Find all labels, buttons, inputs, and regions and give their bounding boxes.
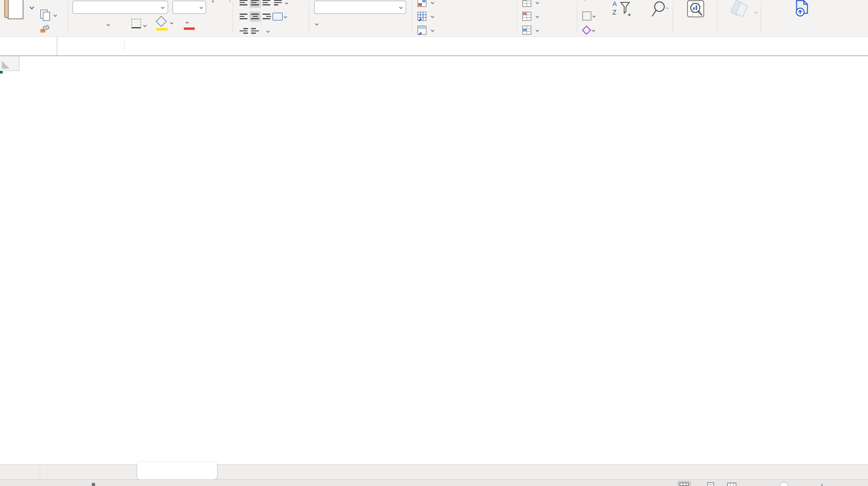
selected-cell-outline[interactable] <box>0 71 2 73</box>
decrease-font-button[interactable]: ˇ <box>229 0 230 10</box>
format-as-table-icon <box>417 11 427 21</box>
page-break-icon <box>727 483 736 486</box>
borders-icon <box>131 19 141 28</box>
editing-group: A Z <box>582 0 691 37</box>
sheet-tab-bar <box>0 464 868 479</box>
fill-color-button[interactable] <box>157 18 173 27</box>
delete-icon <box>522 11 532 21</box>
zoom-in-button[interactable]: + <box>819 481 825 486</box>
sort-filter-icon: A Z <box>612 0 631 18</box>
analyze-data-button[interactable] <box>678 0 714 37</box>
group-divider <box>717 2 717 33</box>
align-left-button[interactable] <box>238 11 250 22</box>
clipboard-group <box>0 0 66 37</box>
adobe-pdf-button[interactable] <box>766 0 838 37</box>
adobe-pdf-icon <box>793 0 810 18</box>
group-divider <box>412 2 412 33</box>
zoom-slider-thumb[interactable] <box>779 482 788 486</box>
styles-group <box>417 0 510 37</box>
group-divider <box>577 2 577 33</box>
zoom-out-button[interactable]: − <box>743 481 749 486</box>
name-box[interactable] <box>0 37 57 56</box>
font-color-button[interactable] <box>184 17 188 28</box>
align-center-button[interactable] <box>250 11 261 22</box>
fill-swatch <box>156 28 167 30</box>
insert-button[interactable] <box>522 0 538 7</box>
conditional-formatting-button[interactable] <box>417 0 434 7</box>
group-divider <box>673 2 673 33</box>
cell-styles-icon <box>417 25 427 35</box>
underline-button[interactable] <box>105 18 110 29</box>
sensitivity-button <box>721 0 757 37</box>
group-divider <box>67 2 68 33</box>
page-layout-icon <box>707 482 715 486</box>
delete-button[interactable] <box>522 11 538 21</box>
clear-icon <box>582 25 591 35</box>
clear-button[interactable] <box>582 26 595 34</box>
align-top-button[interactable] <box>238 0 250 8</box>
chevron-down-icon <box>161 5 164 9</box>
status-bar: − + <box>0 479 868 486</box>
svg-text:A: A <box>613 0 617 7</box>
page-layout-view-button[interactable] <box>704 481 717 486</box>
formula-bar <box>0 37 868 56</box>
align-middle-button[interactable] <box>250 0 261 8</box>
select-all-icon <box>2 61 10 69</box>
spreadsheet-grid <box>0 56 868 464</box>
alignment-group <box>238 0 306 37</box>
wrap-text-button[interactable] <box>273 0 284 8</box>
svg-text:Z: Z <box>613 8 616 16</box>
format-painter-button[interactable] <box>39 22 51 34</box>
fill-color-icon <box>156 16 167 27</box>
ribbon: ^ ˇ <box>0 0 868 37</box>
cell-styles-button[interactable] <box>417 25 434 35</box>
search-icon <box>652 0 670 18</box>
group-divider <box>517 2 517 33</box>
increase-indent-button[interactable] <box>250 26 261 36</box>
page-break-view-button[interactable] <box>725 481 738 486</box>
chevron-down-icon <box>199 5 203 9</box>
group-divider <box>309 2 309 33</box>
analyze-data-icon <box>686 0 705 18</box>
paste-dropdown-icon[interactable] <box>30 5 34 10</box>
chevron-down-icon[interactable] <box>106 23 110 26</box>
conditional-formatting-icon <box>417 0 427 7</box>
format-icon <box>522 25 532 35</box>
font-color-swatch <box>184 27 195 30</box>
font-size-select[interactable] <box>173 1 206 14</box>
select-all-corner[interactable] <box>0 56 19 71</box>
cells-group <box>522 0 575 37</box>
number-group <box>314 0 407 37</box>
increase-font-button[interactable]: ^ <box>212 0 214 11</box>
sensitivity-icon <box>730 0 748 17</box>
format-button[interactable] <box>522 25 538 35</box>
font-name-select[interactable] <box>72 1 168 14</box>
merge-center-button[interactable] <box>273 13 283 21</box>
fill-down-icon <box>582 11 591 21</box>
chevron-down-icon <box>399 5 402 9</box>
align-bottom-button[interactable] <box>261 0 273 8</box>
column-header-row <box>0 56 868 71</box>
currency-button[interactable] <box>314 18 318 29</box>
format-painter-icon <box>39 22 51 34</box>
find-select-button[interactable] <box>643 0 679 18</box>
insert-icon <box>522 0 532 7</box>
fill-handle[interactable] <box>0 70 3 74</box>
normal-view-icon <box>680 483 689 486</box>
borders-button[interactable] <box>131 19 146 30</box>
font-group: ^ ˇ <box>72 0 232 37</box>
align-right-button[interactable] <box>261 11 273 22</box>
normal-view-button[interactable] <box>678 481 691 486</box>
tab-allostatic-data[interactable] <box>137 462 217 479</box>
number-format-select[interactable] <box>314 1 406 14</box>
sort-filter-button[interactable]: A Z <box>603 0 640 18</box>
decrease-indent-button[interactable] <box>238 26 250 36</box>
macro-record-icon[interactable] <box>91 482 101 486</box>
fill-button[interactable] <box>582 11 595 21</box>
tab-allostatic-metadata[interactable] <box>45 464 133 480</box>
format-as-table-button[interactable] <box>417 11 434 21</box>
